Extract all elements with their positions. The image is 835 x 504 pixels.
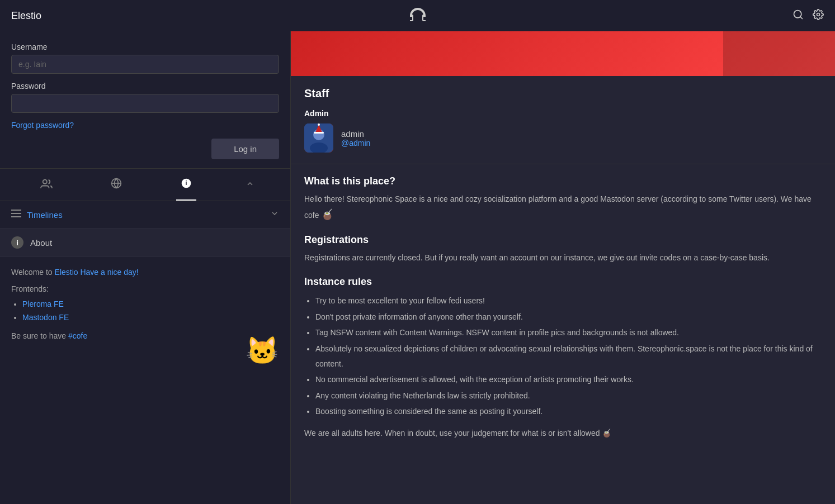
sidebar: Username Password Forgot password? Log i… xyxy=(0,31,291,504)
headphone-icon xyxy=(407,6,429,23)
password-label: Password xyxy=(11,82,279,91)
rules-list: Try to be most excellent to your fellow … xyxy=(315,293,822,419)
allowed-emoji: 🧉 xyxy=(602,429,611,438)
menu-icon xyxy=(11,210,21,220)
brand-name: Elestio xyxy=(11,10,41,22)
pleroma-fe-link[interactable]: Pleroma FE xyxy=(22,299,64,308)
svg-point-3 xyxy=(43,180,47,184)
svg-point-16 xyxy=(318,123,320,126)
sidebar-tabs: i xyxy=(0,169,290,201)
rules-title: Instance rules xyxy=(304,276,822,288)
settings-icon[interactable] xyxy=(813,9,824,23)
forgot-password-link[interactable]: Forgot password? xyxy=(11,121,279,130)
search-icon[interactable] xyxy=(792,9,804,23)
svg-point-2 xyxy=(817,13,820,16)
about-content: What is this place? Hello there! Stereop… xyxy=(291,164,835,451)
registrations-title: Registrations xyxy=(304,234,822,246)
svg-text:i: i xyxy=(185,179,187,186)
main-layout: Username Password Forgot password? Log i… xyxy=(0,31,835,504)
about-row[interactable]: i About xyxy=(0,229,290,257)
cofe-link[interactable]: #cofe xyxy=(68,331,87,340)
what-title: What is this place? xyxy=(304,175,822,187)
frontends-label: Frontends: xyxy=(11,283,279,295)
rule-item: Any content violating the Netherlands la… xyxy=(315,388,822,403)
rule-item: Absolutely no sexualized depictions of c… xyxy=(315,341,822,371)
admin-label: Admin xyxy=(304,109,822,118)
tab-info-icon[interactable]: i xyxy=(176,173,196,196)
timelines-left: Timelines xyxy=(11,210,63,220)
about-label: About xyxy=(30,238,52,248)
banner-image xyxy=(291,31,835,76)
staff-name: admin xyxy=(341,129,370,139)
cofe-line: Be sure to have #cofe 🐱 xyxy=(11,330,279,342)
timelines-label: Timelines xyxy=(27,210,63,220)
svg-rect-15 xyxy=(314,132,324,134)
cofe-prefix: Be sure to have xyxy=(11,331,68,340)
welcome-text: Welcome to Elestio Have a nice day! xyxy=(11,266,279,278)
tab-globe-icon[interactable] xyxy=(106,173,126,196)
registrations-text: Registrations are currently closed. But … xyxy=(304,251,822,265)
frontend-item-2: Mastodon FE xyxy=(22,311,279,324)
navbar: Elestio xyxy=(0,0,835,31)
password-input[interactable] xyxy=(11,94,279,113)
staff-info: admin @admin xyxy=(341,129,370,148)
frontend-item-1: Pleroma FE xyxy=(22,298,279,310)
welcome-section: Welcome to Elestio Have a nice day! Fron… xyxy=(0,257,290,381)
frontends-list: Pleroma FE Mastodon FE xyxy=(22,298,279,324)
username-label: Username xyxy=(11,42,279,51)
mastodon-fe-link[interactable]: Mastodon FE xyxy=(22,313,69,322)
tab-chevron-up-icon[interactable] xyxy=(246,179,254,191)
login-button[interactable]: Log in xyxy=(211,139,279,159)
login-form: Username Password Forgot password? Log i… xyxy=(0,31,290,169)
cofe-emoji: 🐱 xyxy=(246,330,279,373)
rule-item: No commercial advertisement is allowed, … xyxy=(315,372,822,387)
staff-member: admin @admin xyxy=(304,123,822,153)
what-text: Hello there! Stereophonic Space is a nic… xyxy=(304,193,822,223)
timelines-row[interactable]: Timelines xyxy=(0,201,290,229)
tab-users-icon[interactable] xyxy=(36,174,57,196)
username-input[interactable] xyxy=(11,55,279,74)
rule-item: Try to be most excellent to your fellow … xyxy=(315,293,822,308)
rule-item: Tag NSFW content with Content Warnings. … xyxy=(315,325,822,340)
content-panel: Staff Admin admin xyxy=(291,31,835,504)
navbar-actions xyxy=(792,9,824,23)
rule-item: Boosting something is considered the sam… xyxy=(315,404,822,419)
staff-avatar xyxy=(304,123,333,153)
about-info-icon: i xyxy=(11,236,23,249)
bottom-text: We are all adults here. When in doubt, u… xyxy=(304,427,822,440)
welcome-suffix: Have a nice day! xyxy=(78,268,139,277)
staff-handle: @admin xyxy=(341,139,370,148)
staff-section: Staff Admin admin xyxy=(291,76,835,164)
timelines-chevron-icon[interactable] xyxy=(270,209,279,220)
welcome-brand-link[interactable]: Elestio xyxy=(55,268,78,277)
rule-item: Don't post private information of anyone… xyxy=(315,310,822,325)
navbar-center-icon xyxy=(407,6,429,26)
cofe-inline-emoji: 🧉 xyxy=(321,209,333,220)
staff-title: Staff xyxy=(304,87,822,100)
svg-line-1 xyxy=(800,16,803,18)
welcome-prefix: Welcome to xyxy=(11,268,55,277)
